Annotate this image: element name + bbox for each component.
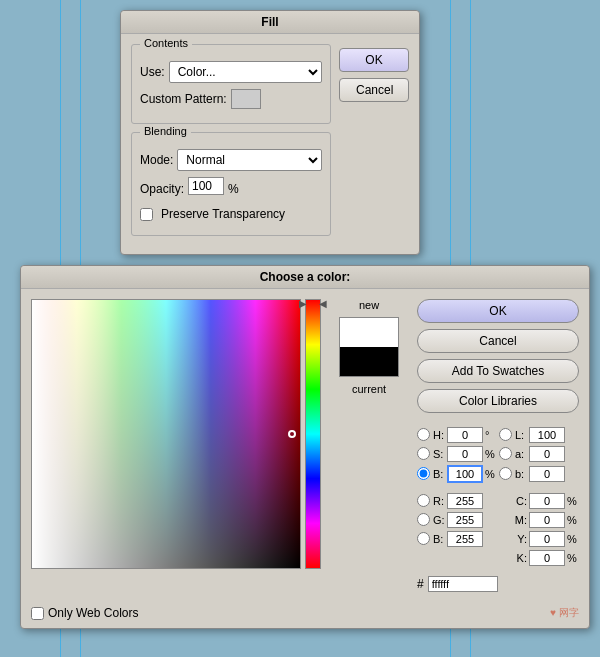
a-radio[interactable] — [499, 447, 512, 460]
opacity-unit: % — [228, 182, 239, 196]
color-dialog-title: Choose a color: — [21, 266, 589, 289]
color-preview-box — [339, 317, 399, 377]
h-input[interactable] — [447, 427, 483, 443]
color-preview-new — [340, 318, 398, 347]
mode-select[interactable]: Normal — [177, 149, 322, 171]
fill-dialog-buttons: OK Cancel — [339, 44, 409, 244]
hex-row: # — [417, 576, 579, 592]
l-input[interactable] — [529, 427, 565, 443]
b-radio[interactable] — [417, 467, 430, 480]
new-label: new — [359, 299, 379, 311]
custom-pattern-label: Custom Pattern: — [140, 92, 227, 106]
s-input[interactable] — [447, 446, 483, 462]
g-label: G: — [433, 514, 445, 526]
b3-radio[interactable] — [499, 467, 512, 480]
current-label: current — [352, 383, 386, 395]
r-input[interactable] — [447, 493, 483, 509]
fill-dialog-title: Fill — [121, 11, 419, 34]
h-unit: ° — [485, 429, 497, 441]
hue-arrow-right: ◀ — [319, 298, 327, 309]
spectrum-area: ▶ ◀ — [31, 299, 321, 592]
contents-label: Contents — [140, 37, 192, 49]
add-to-swatches-button[interactable]: Add To Swatches — [417, 359, 579, 383]
g-radio[interactable] — [417, 513, 430, 526]
s-radio[interactable] — [417, 447, 430, 460]
color-cancel-button[interactable]: Cancel — [417, 329, 579, 353]
h-radio-group — [417, 428, 431, 443]
opacity-input[interactable] — [188, 177, 224, 195]
h-label: H: — [433, 429, 445, 441]
color-preview-current — [340, 347, 398, 376]
a-radio-group — [499, 447, 513, 462]
custom-pattern-preview — [231, 89, 261, 109]
fill-cancel-button[interactable]: Cancel — [339, 78, 409, 102]
b3-radio-group — [499, 467, 513, 482]
m-input[interactable] — [529, 512, 565, 528]
color-right-panel: OK Cancel Add To Swatches Color Librarie… — [417, 299, 579, 592]
fill-dialog: Fill Contents Use: Color... Custom Patte… — [120, 10, 420, 255]
b2-label: B: — [433, 533, 445, 545]
color-dialog: Choose a color: ▶ ◀ new current — [20, 265, 590, 629]
y-label: Y: — [499, 533, 527, 545]
opacity-label: Opacity: — [140, 182, 184, 196]
k-unit: % — [567, 552, 579, 564]
blending-label: Blending — [140, 125, 191, 137]
b3-label: b: — [515, 468, 527, 480]
b-input[interactable] — [447, 465, 483, 483]
l-label: L: — [515, 429, 527, 441]
color-fields-grid: H: ° L: S: % a: B: % — [417, 427, 579, 566]
watermark: ♥ 网字 — [550, 606, 579, 620]
hex-input[interactable] — [428, 576, 498, 592]
bottom-row: Only Web Colors ♥ 网字 — [21, 602, 589, 628]
y-unit: % — [567, 533, 579, 545]
c-unit: % — [567, 495, 579, 507]
s-radio-group — [417, 447, 431, 462]
b2-input[interactable] — [447, 531, 483, 547]
g-input[interactable] — [447, 512, 483, 528]
c-label: C: — [499, 495, 527, 507]
fill-ok-button[interactable]: OK — [339, 48, 409, 72]
color-buttons: OK Cancel Add To Swatches Color Librarie… — [417, 299, 579, 413]
hex-label: # — [417, 577, 424, 591]
only-web-colors-label: Only Web Colors — [48, 606, 138, 620]
b-unit: % — [485, 468, 497, 480]
color-spectrum[interactable] — [31, 299, 301, 569]
b3-input[interactable] — [529, 466, 565, 482]
c-input[interactable] — [529, 493, 565, 509]
b-radio-group — [417, 467, 431, 482]
color-ok-button[interactable]: OK — [417, 299, 579, 323]
hue-slider-container: ▶ ◀ — [305, 299, 321, 569]
preserve-transparency-checkbox[interactable] — [140, 208, 153, 221]
b2-radio-group — [417, 532, 431, 547]
h-radio[interactable] — [417, 428, 430, 441]
l-radio[interactable] — [499, 428, 512, 441]
k-label: K: — [499, 552, 527, 564]
r-radio-group — [417, 494, 431, 509]
m-unit: % — [567, 514, 579, 526]
only-web-colors-checkbox[interactable] — [31, 607, 44, 620]
mode-label: Mode: — [140, 153, 173, 167]
l-radio-group — [499, 428, 513, 443]
a-label: a: — [515, 448, 527, 460]
use-select[interactable]: Color... — [169, 61, 322, 83]
a-input[interactable] — [529, 446, 565, 462]
spacer — [417, 486, 579, 490]
use-label: Use: — [140, 65, 165, 79]
hue-arrow-left: ▶ — [299, 298, 307, 309]
s-unit: % — [485, 448, 497, 460]
spectrum-cursor — [288, 430, 296, 438]
r-radio[interactable] — [417, 494, 430, 507]
color-libraries-button[interactable]: Color Libraries — [417, 389, 579, 413]
blending-group: Blending Mode: Normal Opacity: % Preserv… — [131, 132, 331, 236]
g-radio-group — [417, 513, 431, 528]
k-input[interactable] — [529, 550, 565, 566]
color-preview-section: new current — [329, 299, 409, 592]
b2-radio[interactable] — [417, 532, 430, 545]
r-label: R: — [433, 495, 445, 507]
y-input[interactable] — [529, 531, 565, 547]
hue-slider[interactable] — [305, 299, 321, 569]
preserve-transparency-label: Preserve Transparency — [161, 207, 285, 221]
s-label: S: — [433, 448, 445, 460]
m-label: M: — [499, 514, 527, 526]
contents-group: Contents Use: Color... Custom Pattern: — [131, 44, 331, 124]
